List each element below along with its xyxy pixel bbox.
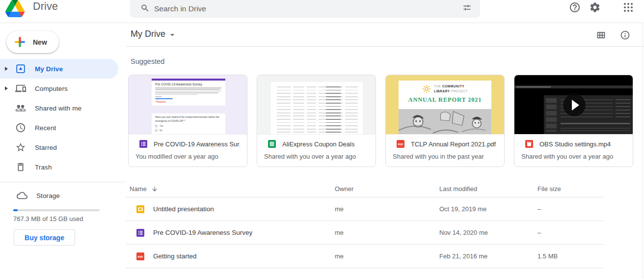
form-option: No: [160, 129, 162, 132]
suggested-cards: Pre COVID-19 Awareness Survey * Required…: [128, 75, 633, 167]
form-question: Have you ever heard of No contact thermo…: [155, 115, 222, 123]
video-frame: [544, 95, 633, 135]
sidebar-item-shared-with-me[interactable]: Shared with me: [0, 98, 118, 118]
new-button[interactable]: New: [6, 31, 59, 53]
my-drive-icon: [15, 63, 26, 74]
sidebar-item-computers[interactable]: Computers: [0, 79, 118, 98]
file-size: –: [537, 205, 604, 213]
video-file-icon: [525, 140, 533, 148]
file-owner: me: [335, 205, 439, 213]
suggested-heading: Suggested: [131, 57, 164, 65]
card-title: TCLP Annual Report 2021.pdf: [411, 140, 496, 148]
drive-logo[interactable]: [5, 0, 25, 17]
svg-text:PDF: PDF: [398, 143, 403, 146]
card-subtitle: Shared with you in the past year: [393, 153, 497, 160]
card-footer: Pre COVID-19 Awareness Sur... You modifi…: [129, 135, 247, 160]
grid-view-icon[interactable]: [596, 30, 606, 40]
suggested-card-pdf[interactable]: THE COMMUNITY LIBRARY PROJECT ANNUAL REP…: [385, 75, 505, 167]
sidebar-item-recent[interactable]: Recent: [0, 118, 118, 138]
computers-icon: [15, 83, 26, 94]
search-input[interactable]: [154, 0, 434, 18]
suggested-card-sheet[interactable]: AliExpress Coupon Deals Shared with you …: [257, 75, 376, 167]
form-preview: Pre COVID-19 Awareness Survey * Required…: [129, 75, 247, 135]
search-icon[interactable]: [140, 3, 150, 13]
recent-clock-icon: [15, 122, 26, 133]
column-header-name[interactable]: Name: [126, 185, 335, 193]
table-row[interactable]: Untitled presentation me Oct 19, 2019 me…: [126, 197, 604, 221]
card-title: AliExpress Coupon Deals: [282, 140, 354, 148]
file-last-modified: Feb 21, 2016 me: [439, 252, 537, 260]
card-subtitle: Shared with you over a year ago: [264, 153, 369, 160]
sidebar-divider: [0, 182, 126, 182]
column-header-last-modified[interactable]: Last modified: [439, 185, 537, 193]
form-option: Yes: [160, 125, 163, 127]
sidebar-item-storage[interactable]: Storage: [0, 186, 118, 205]
pdf-icon: PDF: [136, 252, 144, 260]
page-title-label: My Drive: [131, 29, 165, 39]
trash-icon: [15, 162, 26, 172]
file-owner: me: [335, 252, 439, 260]
play-button-icon[interactable]: [563, 94, 586, 116]
file-name: Getting started: [153, 252, 197, 260]
shared-with-me-icon: [15, 103, 26, 113]
file-last-modified: Nov 14, 2020 me: [439, 229, 537, 236]
settings-gear-icon[interactable]: [589, 1, 601, 13]
card-subtitle: Shared with you over a year ago: [521, 153, 626, 160]
form-required-note: * Required: [155, 101, 222, 103]
pdf-preview: THE COMMUNITY LIBRARY PROJECT ANNUAL REP…: [386, 75, 504, 135]
sidebar-item-label: Recent: [35, 124, 56, 132]
expand-arrow-icon[interactable]: [5, 86, 14, 90]
suggested-card-video[interactable]: OBS Studio settings.mp4 Shared with you …: [514, 75, 633, 167]
form-preview-link: [155, 98, 173, 99]
sidebar-item-starred[interactable]: Starred: [0, 138, 118, 157]
card-subtitle: You modified over a year ago: [135, 153, 240, 160]
expand-arrow-icon[interactable]: [5, 67, 14, 71]
table-row[interactable]: PDF Getting started me Feb 21, 2016 me 1…: [126, 245, 604, 268]
pdf-icon: PDF: [397, 140, 404, 148]
file-owner: me: [335, 229, 439, 236]
sidebar-item-label: Trash: [35, 164, 52, 171]
sidebar-item-label: Starred: [35, 144, 57, 151]
sidebar-item-label: My Drive: [35, 65, 63, 73]
drive-logo-icon: [5, 0, 25, 17]
card-title: OBS Studio settings.mp4: [539, 140, 611, 148]
apps-grid-icon[interactable]: [622, 1, 634, 13]
card-footer: PDF TCLP Annual Report 2021.pdf Shared w…: [386, 135, 504, 160]
table-header: Name Owner Last modified File size: [126, 181, 604, 197]
column-header-file-size: File size: [537, 185, 604, 193]
search-bar: [130, 0, 480, 18]
sidebar-item-trash[interactable]: Trash: [0, 157, 118, 177]
radio-icon: [155, 125, 158, 127]
file-size: –: [537, 229, 604, 236]
info-icon[interactable]: [620, 30, 630, 40]
radio-icon: [155, 129, 158, 132]
google-forms-icon: [136, 229, 144, 237]
suggested-card-form[interactable]: Pre COVID-19 Awareness Survey * Required…: [128, 75, 247, 167]
sort-descending-icon[interactable]: [151, 186, 158, 193]
google-sheets-icon: [268, 140, 276, 148]
buy-storage-button[interactable]: Buy storage: [14, 229, 75, 246]
table-row[interactable]: Pre COVID-19 Awareness Survey me Nov 14,…: [126, 221, 604, 245]
pdf-report-title: ANNUAL REPORT 2021: [399, 96, 491, 104]
cloud-storage-icon: [17, 190, 27, 201]
svg-text:PDF: PDF: [137, 255, 143, 258]
new-button-label: New: [33, 38, 47, 46]
sun-logo-icon: [422, 84, 431, 93]
sidebar-item-my-drive[interactable]: My Drive: [0, 59, 118, 79]
file-name: Pre COVID-19 Awareness Survey: [153, 229, 252, 236]
sidebar-item-label: Computers: [35, 85, 68, 92]
column-header-owner: Owner: [335, 185, 439, 193]
storage-progress-bar: [13, 209, 100, 211]
star-icon: [15, 142, 26, 153]
pdf-org-name: THE COMMUNITY LIBRARY PROJECT: [434, 84, 468, 93]
video-preview: [514, 75, 633, 135]
scrollbar-track-edge[interactable]: [643, 23, 643, 279]
breadcrumb-my-drive[interactable]: My Drive: [131, 28, 177, 40]
main-content: My Drive Suggested Pre COVID-19 Awarenes…: [126, 23, 644, 279]
help-icon[interactable]: [569, 1, 581, 13]
pdf-illustration: [399, 109, 491, 134]
search-options-icon[interactable]: [462, 3, 472, 12]
storage-label: Storage: [36, 192, 60, 199]
storage-usage-text: 767.3 MB of 15 GB used: [13, 215, 83, 223]
file-size: 1.5 MB: [537, 252, 604, 260]
